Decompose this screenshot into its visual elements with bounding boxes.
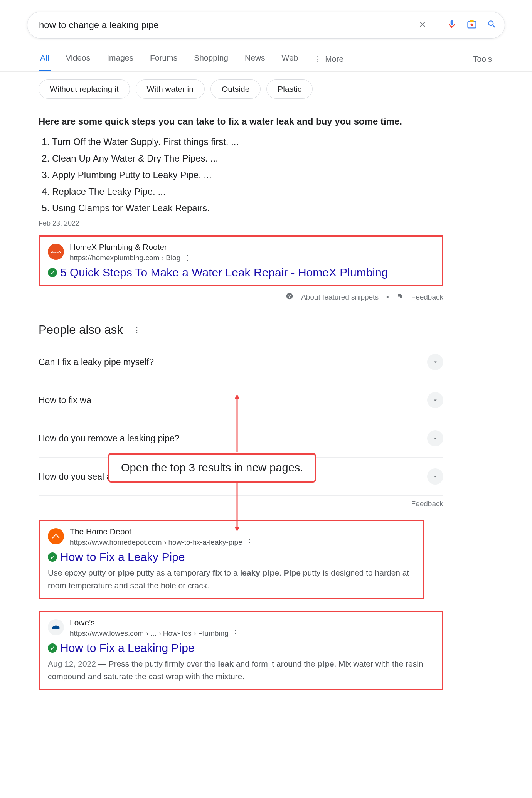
search-input[interactable] — [39, 20, 418, 30]
suggestion-chips: Without replacing it With water in Outsi… — [0, 72, 532, 106]
voice-search-icon[interactable] — [447, 19, 457, 31]
snippet-step: Using Clamps for Water Leak Repairs. — [52, 203, 443, 214]
svg-rect-7 — [51, 531, 61, 541]
tab-shopping[interactable]: Shopping — [192, 46, 230, 71]
result-2-desc: Use epoxy putty or pipe putty as a tempo… — [48, 567, 415, 592]
result-site: HomeX Plumbing & Rooter — [70, 242, 434, 252]
chip-without-replacing[interactable]: Without replacing it — [39, 79, 130, 99]
tab-forums[interactable]: Forums — [148, 46, 179, 71]
separator — [437, 17, 437, 33]
result-2-box: The Home Depot https://www.homedepot.com… — [39, 520, 424, 599]
paa-question-2[interactable]: How to fix wa — [39, 381, 443, 419]
svg-text:HomeX: HomeX — [51, 251, 61, 254]
result-2-title-link[interactable]: How to Fix a Leaky Pipe — [60, 551, 185, 564]
snippet-step: Replace The Leaky Pipe. ... — [52, 186, 443, 197]
result-menu-icon[interactable]: ⋮ — [232, 629, 239, 637]
search-tabs: All Videos Images Forums Shopping News W… — [39, 46, 343, 71]
result-url: https://homexplumbing.com › Blog⋮ — [70, 253, 434, 262]
arrow-down-icon — [233, 481, 241, 532]
favicon-lowes — [48, 619, 64, 635]
flag-icon — [397, 293, 404, 301]
snippet-step: Turn Off the Water Supply. First things … — [52, 136, 443, 147]
feedback-link[interactable]: Feedback — [411, 293, 443, 301]
snippet-step: Clean Up Any Water & Dry The Pipes. ... — [52, 153, 443, 164]
result-3-title-link[interactable]: How to Fix a Leaking Pipe — [60, 641, 195, 655]
result-menu-icon[interactable]: ⋮ — [184, 253, 191, 262]
favicon-homedepot — [48, 528, 64, 544]
search-bar — [27, 12, 505, 39]
tab-news[interactable]: News — [243, 46, 267, 71]
paa-menu-icon[interactable]: ⋮ — [133, 325, 141, 335]
chevron-down-icon — [427, 392, 443, 408]
result-url: https://www.lowes.com › ... › How-Tos › … — [70, 628, 434, 638]
tab-more[interactable]: ⋮ More — [313, 46, 343, 71]
snippet-step: Apply Plumbing Putty to Leaky Pipe. ... — [52, 170, 443, 180]
chip-with-water-in[interactable]: With water in — [136, 79, 205, 99]
svg-marker-9 — [235, 394, 239, 399]
result-url: https://www.homedepot.com › how-to-fix-a… — [70, 537, 415, 547]
chip-outside[interactable]: Outside — [210, 79, 261, 99]
svg-text:?: ? — [288, 293, 291, 298]
tab-web[interactable]: Web — [280, 46, 300, 71]
chevron-down-icon — [427, 430, 443, 446]
about-snippets-link[interactable]: About featured snippets — [301, 293, 379, 301]
verified-check-icon: ✓ — [48, 552, 57, 562]
svg-point-1 — [471, 24, 473, 26]
tab-videos[interactable]: Videos — [64, 46, 92, 71]
paa-heading: People also ask — [39, 323, 123, 337]
tools-button[interactable]: Tools — [471, 47, 493, 71]
result-1-box: HomeX HomeX Plumbing & Rooter https://ho… — [39, 235, 443, 286]
paa-feedback-link[interactable]: Feedback — [39, 500, 443, 508]
verified-check-icon: ✓ — [48, 643, 57, 653]
svg-marker-11 — [235, 527, 239, 532]
tab-all[interactable]: All — [39, 46, 51, 71]
snippet-heading: Here are some quick steps you can take t… — [39, 116, 443, 127]
chip-plastic[interactable]: Plastic — [266, 79, 313, 99]
featured-snippet: Here are some quick steps you can take t… — [39, 116, 443, 227]
favicon-homex: HomeX — [48, 244, 64, 260]
paa-question-1[interactable]: Can I fix a leaky pipe myself? — [39, 343, 443, 381]
more-dots-icon: ⋮ — [313, 54, 321, 64]
chevron-down-icon — [427, 468, 443, 485]
result-3-box: Lowe's https://www.lowes.com › ... › How… — [39, 611, 443, 690]
paa-question-3[interactable]: How do you remove a leaking pipe? — [39, 419, 443, 457]
svg-rect-2 — [470, 20, 473, 22]
result-3-desc: Aug 12, 2022 — Press the putty firmly ov… — [48, 658, 434, 683]
result-site: Lowe's — [70, 618, 434, 627]
result-site: The Home Depot — [70, 527, 415, 536]
tab-images[interactable]: Images — [105, 46, 135, 71]
info-icon: ? — [286, 292, 293, 302]
chevron-down-icon — [427, 354, 443, 370]
search-icon[interactable] — [487, 19, 497, 31]
annotation-callout: Open the top 3 results in new pages. — [108, 453, 316, 483]
result-menu-icon[interactable]: ⋮ — [246, 538, 253, 546]
result-1-title-link[interactable]: 5 Quick Steps To Make a Water Leak Repai… — [60, 266, 388, 279]
verified-check-icon: ✓ — [48, 268, 57, 277]
clear-icon[interactable] — [418, 20, 427, 30]
image-search-icon[interactable] — [466, 19, 477, 31]
arrow-up-icon — [233, 394, 241, 452]
snippet-date: Feb 23, 2022 — [39, 219, 443, 227]
